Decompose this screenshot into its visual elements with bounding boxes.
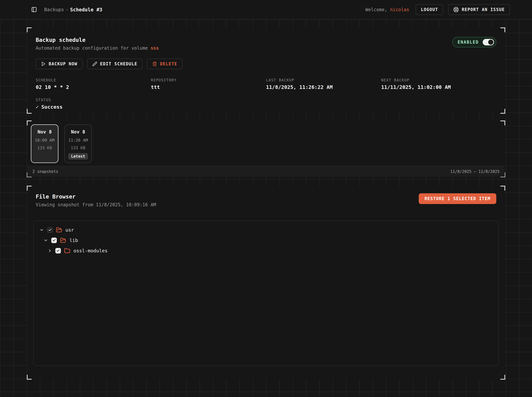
breadcrumb-section[interactable]: Backups	[44, 7, 64, 12]
panel-title: Backup schedule	[36, 37, 496, 43]
chevron-right-icon[interactable]	[48, 248, 52, 253]
schedule-actions: BACKUP NOW EDIT SCHEDULE DELETE	[36, 59, 496, 69]
username: nicolas	[390, 7, 409, 12]
panel-subtitle: Automated backup configuration for volum…	[36, 45, 496, 51]
delete-label: DELETE	[160, 62, 177, 66]
folder-open-icon	[56, 227, 62, 233]
welcome-text: Welcome, nicolas	[366, 7, 409, 12]
report-issue-button[interactable]: REPORT AN ISSUE	[448, 4, 510, 15]
snapshot-size: 133 KB	[37, 145, 52, 150]
pencil-icon	[92, 62, 97, 66]
snapshot-count: 2 snapshots	[32, 169, 58, 174]
edit-schedule-label: EDIT SCHEDULE	[100, 62, 138, 66]
corner-bracket	[500, 27, 505, 32]
logout-label: LOGOUT	[421, 7, 438, 12]
breadcrumb: Backups › Schedule #3	[44, 7, 102, 12]
field-value: 02 10 * * 2	[36, 84, 151, 90]
field-value: 11/8/2025, 11:26:22 AM	[266, 84, 381, 90]
file-tree: usr lib ossl-modules	[33, 221, 499, 366]
field-label: STATUS	[36, 98, 496, 102]
tree-row-ossl-modules[interactable]: ossl-modules	[48, 246, 493, 256]
snapshots-panel: Nov 8 10:09 AM 133 KB Nov 8 11:26 AM 133…	[27, 121, 505, 177]
sidebar-toggle-icon[interactable]	[31, 7, 37, 12]
snapshot-date-range: 11/8/2025 – 11/8/2025	[450, 169, 500, 174]
corner-bracket	[27, 375, 32, 380]
delete-button[interactable]: DELETE	[147, 59, 182, 69]
file-browser-header: File Browser Viewing snapshot from 11/8/…	[27, 186, 505, 207]
status-text: Success	[41, 104, 63, 110]
latest-badge: Latest	[68, 153, 88, 160]
snapshots-footer: 2 snapshots 11/8/2025 – 11/8/2025	[27, 166, 505, 177]
enabled-toggle[interactable]: ENABLED	[452, 37, 496, 47]
field-repository: REPOSITORY ttt	[151, 78, 266, 90]
enabled-label: ENABLED	[457, 40, 479, 45]
snapshot-time: 10:09 AM	[35, 138, 54, 143]
folder-icon	[64, 248, 70, 254]
field-value: 11/11/2025, 11:02:00 AM	[381, 84, 496, 90]
file-browser-panel: File Browser Viewing snapshot from 11/8/…	[27, 186, 505, 379]
schedule-fields: SCHEDULE 02 10 * * 2 REPOSITORY ttt LAST…	[36, 78, 496, 90]
snapshot-card-selected[interactable]: Nov 8 10:09 AM 133 KB	[31, 124, 58, 163]
field-next-backup: NEXT BACKUP 11/11/2025, 11:02:00 AM	[381, 78, 496, 90]
restore-button[interactable]: RESTORE 1 SELECTED ITEM	[419, 193, 496, 204]
corner-bracket	[27, 109, 32, 114]
snapshot-time: 11:26 AM	[68, 138, 88, 143]
field-last-backup: LAST BACKUP 11/8/2025, 11:26:22 AM	[266, 78, 381, 90]
logout-button[interactable]: LOGOUT	[416, 4, 443, 15]
toggle-knob	[488, 40, 493, 45]
backup-schedule-panel: Backup schedule Automated backup configu…	[27, 28, 505, 113]
checkbox-checked[interactable]	[51, 238, 57, 243]
snapshot-list: Nov 8 10:09 AM 133 KB Nov 8 11:26 AM 133…	[27, 121, 505, 166]
field-status: STATUS ✓ Success	[36, 98, 496, 110]
check-icon: ✓	[36, 104, 39, 110]
trash-icon	[152, 62, 157, 66]
tree-item-name: lib	[70, 238, 78, 243]
life-buoy-icon	[453, 7, 459, 12]
status-value: ✓ Success	[36, 104, 496, 110]
checkbox-checked[interactable]	[55, 248, 61, 254]
breadcrumb-page: Schedule #3	[70, 7, 102, 12]
tree-item-name: usr	[65, 227, 74, 233]
volume-name: sss	[151, 45, 159, 51]
report-issue-label: REPORT AN ISSUE	[462, 7, 505, 12]
backup-now-label: BACKUP NOW	[49, 62, 77, 66]
chevron-down-icon[interactable]	[39, 228, 44, 232]
backup-now-button[interactable]: BACKUP NOW	[36, 59, 82, 69]
snapshot-date: Nov 8	[71, 129, 85, 135]
tree-row-usr[interactable]: usr	[39, 225, 493, 235]
folder-open-icon	[60, 237, 66, 243]
field-schedule: SCHEDULE 02 10 * * 2	[36, 78, 151, 90]
tree-row-lib[interactable]: lib	[44, 235, 493, 246]
tree-item-name: ossl-modules	[74, 248, 108, 254]
field-value: ttt	[151, 84, 266, 90]
toggle-switch[interactable]	[483, 39, 494, 45]
snapshot-card[interactable]: Nov 8 11:26 AM 133 KB Latest	[64, 124, 92, 163]
snapshot-size: 133 KB	[71, 145, 85, 150]
corner-bracket	[500, 109, 505, 114]
breadcrumb-separator: ›	[66, 7, 68, 12]
field-label: REPOSITORY	[151, 78, 266, 82]
field-label: NEXT BACKUP	[381, 78, 496, 82]
chevron-down-icon[interactable]	[44, 238, 48, 243]
field-label: LAST BACKUP	[266, 78, 381, 82]
checkbox-partial[interactable]	[47, 227, 53, 233]
edit-schedule-button[interactable]: EDIT SCHEDULE	[87, 59, 143, 69]
page-background: { "colors": { "accent": "#e2603e", "pane…	[0, 0, 532, 397]
corner-bracket	[27, 27, 32, 32]
field-label: SCHEDULE	[36, 78, 151, 82]
snapshot-date: Nov 8	[38, 129, 52, 135]
corner-bracket	[500, 375, 505, 380]
top-bar: Backups › Schedule #3 Welcome, nicolas L…	[0, 0, 532, 19]
play-icon	[41, 62, 46, 66]
